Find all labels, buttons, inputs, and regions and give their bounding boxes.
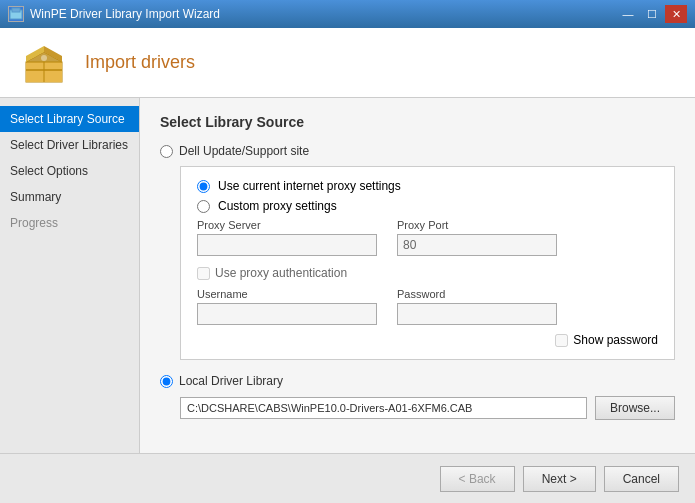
proxy-port-label: Proxy Port bbox=[397, 219, 557, 231]
restore-button[interactable]: ☐ bbox=[641, 5, 663, 23]
svg-rect-1 bbox=[12, 8, 20, 12]
use-current-proxy-radio[interactable] bbox=[197, 180, 210, 193]
cancel-button[interactable]: Cancel bbox=[604, 466, 679, 492]
sidebar-item-select-options[interactable]: Select Options bbox=[0, 158, 139, 184]
custom-proxy-row: Custom proxy settings bbox=[197, 199, 658, 213]
window-title: WinPE Driver Library Import Wizard bbox=[30, 7, 220, 21]
title-bar-icon bbox=[8, 6, 24, 22]
wizard-icon bbox=[20, 38, 70, 88]
sidebar: Select Library Source Select Driver Libr… bbox=[0, 98, 140, 453]
proxy-port-input[interactable] bbox=[397, 234, 557, 256]
sidebar-item-select-library-source[interactable]: Select Library Source bbox=[0, 106, 139, 132]
content-area: Select Library Source Dell Update/Suppor… bbox=[140, 98, 695, 453]
local-library-label: Local Driver Library bbox=[179, 374, 283, 388]
credentials-row: Username Password bbox=[197, 288, 658, 325]
show-password-row: Show password bbox=[197, 333, 658, 347]
wizard-body: Select Library Source Select Driver Libr… bbox=[0, 98, 695, 453]
next-button[interactable]: Next > bbox=[523, 466, 596, 492]
section-title: Select Library Source bbox=[160, 114, 675, 130]
show-password-label: Show password bbox=[573, 333, 658, 347]
local-library-radio[interactable] bbox=[160, 375, 173, 388]
password-label: Password bbox=[397, 288, 557, 300]
local-library-option[interactable]: Local Driver Library bbox=[160, 374, 675, 388]
dell-update-option[interactable]: Dell Update/Support site bbox=[160, 144, 675, 158]
minimize-button[interactable]: — bbox=[617, 5, 639, 23]
custom-proxy-radio[interactable] bbox=[197, 200, 210, 213]
username-group: Username bbox=[197, 288, 377, 325]
proxy-fields-row: Proxy Server Proxy Port bbox=[197, 219, 658, 256]
proxy-server-input[interactable] bbox=[197, 234, 377, 256]
proxy-port-group: Proxy Port bbox=[397, 219, 557, 256]
close-button[interactable]: ✕ bbox=[665, 5, 687, 23]
title-bar-left: WinPE Driver Library Import Wizard bbox=[8, 6, 220, 22]
browse-button[interactable]: Browse... bbox=[595, 396, 675, 420]
svg-point-7 bbox=[41, 55, 47, 61]
sidebar-item-progress[interactable]: Progress bbox=[0, 210, 139, 236]
password-input[interactable] bbox=[397, 303, 557, 325]
proxy-server-label: Proxy Server bbox=[197, 219, 377, 231]
password-group: Password bbox=[397, 288, 557, 325]
sidebar-item-summary[interactable]: Summary bbox=[0, 184, 139, 210]
wizard-header: Import drivers bbox=[0, 28, 695, 98]
proxy-settings-box: Use current internet proxy settings Cust… bbox=[180, 166, 675, 360]
back-button[interactable]: < Back bbox=[440, 466, 515, 492]
proxy-auth-checkbox[interactable] bbox=[197, 267, 210, 280]
title-bar-controls: — ☐ ✕ bbox=[617, 5, 687, 23]
username-input[interactable] bbox=[197, 303, 377, 325]
wizard-footer: < Back Next > Cancel bbox=[0, 453, 695, 503]
username-label: Username bbox=[197, 288, 377, 300]
local-lib-path-row: Browse... bbox=[180, 396, 675, 420]
custom-proxy-label: Custom proxy settings bbox=[218, 199, 337, 213]
proxy-server-group: Proxy Server bbox=[197, 219, 377, 256]
use-current-proxy-row: Use current internet proxy settings bbox=[197, 179, 658, 193]
show-password-checkbox[interactable] bbox=[555, 334, 568, 347]
sidebar-item-select-driver-libraries[interactable]: Select Driver Libraries bbox=[0, 132, 139, 158]
local-path-input[interactable] bbox=[180, 397, 587, 419]
dell-update-radio[interactable] bbox=[160, 145, 173, 158]
title-bar: WinPE Driver Library Import Wizard — ☐ ✕ bbox=[0, 0, 695, 28]
proxy-auth-label: Use proxy authentication bbox=[215, 266, 347, 280]
header-title: Import drivers bbox=[85, 52, 195, 73]
use-proxy-auth-row: Use proxy authentication bbox=[197, 266, 658, 280]
dell-update-label: Dell Update/Support site bbox=[179, 144, 309, 158]
use-current-proxy-label: Use current internet proxy settings bbox=[218, 179, 401, 193]
